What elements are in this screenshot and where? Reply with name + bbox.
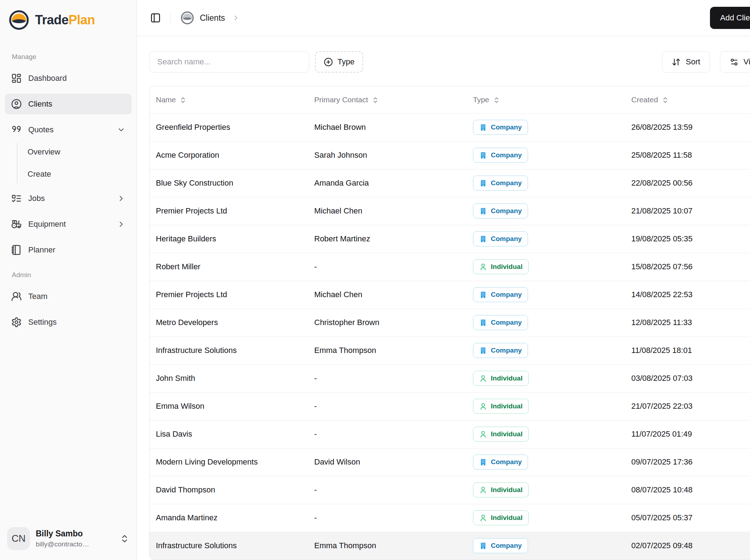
sort-button[interactable]: Sort	[662, 51, 710, 73]
primary-contact-cell: -	[314, 504, 473, 532]
type-cell: Individual	[473, 420, 631, 448]
table-row[interactable]: Greenfield PropertiesMichael BrownCompan…	[149, 113, 750, 141]
primary-contact-cell: Christopher Brown	[314, 309, 473, 337]
brand-logo: TradePlan	[0, 0, 137, 40]
type-cell: Company	[473, 337, 631, 364]
building-icon	[479, 291, 487, 299]
type-badge-label: Company	[491, 207, 522, 215]
primary-contact-cell: Emma Thompson	[314, 337, 473, 364]
clients-table-card: NamePrimary ContactTypeCreated Greenfiel…	[149, 86, 750, 560]
sidebar-item-label: Dashboard	[28, 74, 67, 83]
sidebar-item-equipment[interactable]: Equipment	[5, 214, 132, 235]
breadcrumb[interactable]: Clients	[200, 13, 225, 23]
client-name-cell: Heritage Builders	[149, 225, 314, 253]
sort-chevrons-icon[interactable]	[179, 97, 187, 104]
sort-chevrons-icon[interactable]	[493, 97, 500, 104]
created-cell: 22/08/2025 00:56	[631, 169, 750, 197]
sidebar-item-label: Equipment	[28, 220, 66, 229]
table-row[interactable]: John Smith-Individual03/08/2025 07:03	[149, 364, 750, 392]
building-icon	[479, 151, 487, 159]
person-icon	[479, 514, 487, 522]
sidebar-item-settings[interactable]: Settings	[5, 312, 132, 333]
equipment-icon	[11, 219, 22, 230]
sidebar-toggle-icon[interactable]	[150, 13, 161, 23]
chevron-down-icon[interactable]	[117, 126, 125, 134]
chevron-right-icon[interactable]	[117, 194, 125, 203]
sort-chevrons-icon[interactable]	[662, 97, 669, 104]
sidebar-item-quotes[interactable]: Quotes	[5, 119, 132, 140]
sidebar-item-dashboard[interactable]: Dashboard	[5, 68, 132, 89]
person-icon	[479, 263, 487, 271]
quotes-icon	[11, 124, 22, 135]
table-row[interactable]: Infrastructure SolutionsEmma ThompsonCom…	[149, 532, 750, 560]
table-row[interactable]: Acme CorporationSarah JohnsonCompany25/0…	[149, 141, 750, 169]
sidebar-item-label: Jobs	[28, 194, 45, 203]
sidebar-item-label: Team	[28, 292, 48, 301]
sidebar-item-clients[interactable]: Clients	[5, 94, 132, 114]
client-name-cell: Acme Corporation	[149, 141, 314, 169]
type-filter-button[interactable]: Type	[315, 51, 363, 73]
primary-contact-cell: -	[314, 392, 473, 420]
table-row[interactable]: Metro DevelopersChristopher BrownCompany…	[149, 309, 750, 337]
sidebar-item-team[interactable]: Team	[5, 286, 132, 307]
table-row[interactable]: Modern Living DevelopmentsDavid WilsonCo…	[149, 448, 750, 476]
sidebar-subitem-overview[interactable]: Overview	[18, 143, 132, 161]
user-menu[interactable]: CN Billy Sambo billy@contracto…	[0, 521, 137, 560]
user-meta: Billy Sambo billy@contracto…	[36, 529, 89, 548]
type-badge-individual: Individual	[473, 482, 529, 497]
client-name-cell: John Smith	[149, 364, 314, 392]
type-badge-company: Company	[473, 538, 528, 553]
type-badge-label: Individual	[491, 402, 523, 410]
type-badge-company: Company	[473, 455, 528, 470]
table-row[interactable]: Premier Projects LtdMichael ChenCompany1…	[149, 281, 750, 309]
primary-contact-cell: Emma Thompson	[314, 532, 473, 560]
jobs-icon	[11, 193, 22, 204]
sidebar-section-label-manage: Manage	[12, 53, 132, 61]
type-badge-label: Company	[491, 179, 522, 187]
table-row[interactable]: Infrastructure SolutionsEmma ThompsonCom…	[149, 337, 750, 364]
building-icon	[479, 179, 487, 187]
sort-chevrons-icon[interactable]	[372, 97, 379, 104]
team-icon	[11, 291, 22, 302]
sidebar-subitem-create[interactable]: Create	[18, 165, 132, 183]
primary-contact-cell: Amanda Garcia	[314, 169, 473, 197]
app-window: TradePlan ManageDashboardClientsQuotesOv…	[0, 0, 750, 560]
planner-icon	[11, 245, 22, 255]
chevrons-up-down-icon[interactable]	[120, 534, 129, 544]
add-client-button[interactable]: Add Client	[710, 7, 750, 29]
type-badge-label: Company	[491, 542, 522, 550]
client-name-cell: Infrastructure Solutions	[149, 337, 314, 364]
hardhat-logo-icon	[9, 10, 29, 30]
created-cell: 26/08/2025 13:59	[631, 113, 750, 141]
person-icon	[479, 402, 487, 411]
view-button[interactable]: View	[720, 51, 750, 73]
client-name-cell: Greenfield Properties	[149, 113, 314, 141]
arrow-down-up-icon	[672, 58, 681, 67]
chevron-right-icon[interactable]	[117, 220, 125, 229]
table-row[interactable]: Robert Miller-Individual15/08/2025 07:56	[149, 253, 750, 281]
created-cell: 02/07/2025 09:48	[631, 532, 750, 560]
sidebar-item-jobs[interactable]: Jobs	[5, 188, 132, 209]
primary-contact-cell: Michael Chen	[314, 197, 473, 225]
table-row[interactable]: Blue Sky ConstructionAmanda GarciaCompan…	[149, 169, 750, 197]
type-cell: Individual	[473, 504, 631, 532]
toolbar: Type Sort View	[149, 51, 750, 73]
table-row[interactable]: Lisa Davis-Individual11/07/2025 01:49	[149, 420, 750, 448]
type-cell: Company	[473, 141, 631, 169]
table-row[interactable]: Emma Wilson-Individual21/07/2025 22:03	[149, 392, 750, 420]
search-input[interactable]	[149, 51, 309, 73]
table-row[interactable]: David Thompson-Individual08/07/2025 10:4…	[149, 476, 750, 504]
column-label: Type	[473, 95, 489, 104]
type-cell: Individual	[473, 476, 631, 504]
type-cell: Company	[473, 197, 631, 225]
type-badge-individual: Individual	[473, 259, 529, 274]
table-row[interactable]: Amanda Martinez-Individual05/07/2025 05:…	[149, 504, 750, 532]
table-row[interactable]: Premier Projects LtdMichael ChenCompany2…	[149, 197, 750, 225]
type-cell: Individual	[473, 253, 631, 281]
table-row[interactable]: Heritage BuildersRobert MartinezCompany1…	[149, 225, 750, 253]
sidebar-item-label: Quotes	[28, 125, 54, 134]
primary-contact-cell: -	[314, 253, 473, 281]
sidebar-item-planner[interactable]: Planner	[5, 240, 132, 260]
settings-icon	[11, 317, 22, 328]
created-cell: 14/08/2025 22:53	[631, 281, 750, 309]
